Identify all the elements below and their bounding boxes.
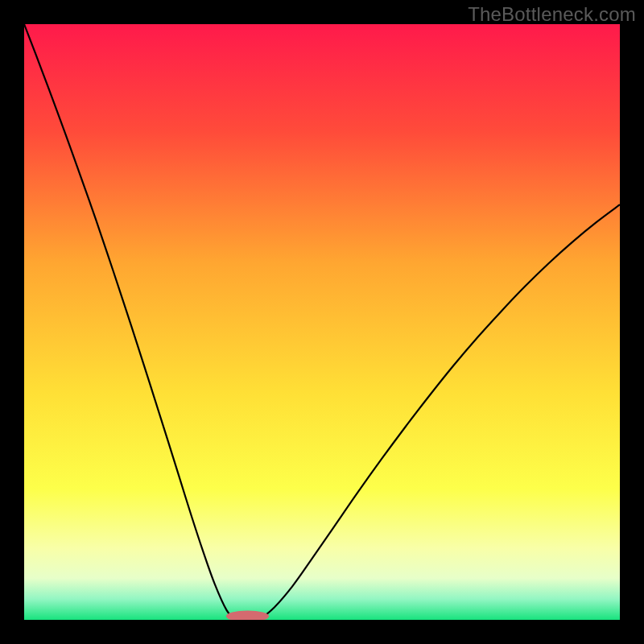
plot-background	[24, 24, 620, 620]
bottleneck-chart	[24, 24, 620, 620]
watermark-text: TheBottleneck.com	[468, 3, 636, 26]
chart-frame: TheBottleneck.com	[0, 0, 644, 644]
